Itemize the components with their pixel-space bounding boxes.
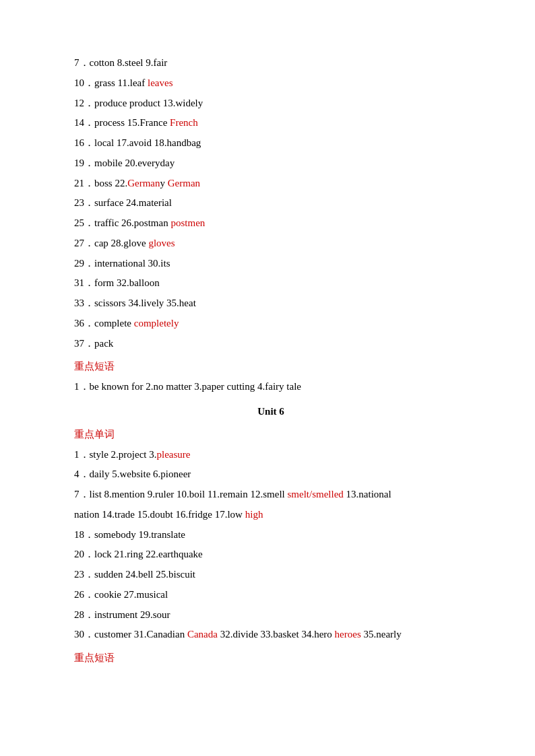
content-line: 12．produce product 13.widely xyxy=(74,94,468,113)
content-line: 23．sudden 24.bell 25.biscuit xyxy=(74,565,468,584)
content-line: 21．boss 22.Germany German xyxy=(74,174,468,193)
content-line: 20．lock 21.ring 22.earthquake xyxy=(74,545,468,564)
red-word: German xyxy=(168,178,200,188)
red-word: postmen xyxy=(170,217,205,228)
content-line: 23．surface 24.material xyxy=(74,194,468,213)
content-line: 31．form 32.balloon xyxy=(74,274,468,293)
content-line: 7．cotton 8.steel 9.fair xyxy=(74,54,468,73)
red-word: smelt/smelled xyxy=(288,489,344,500)
content-line: 33．scissors 34.lively 35.heat xyxy=(74,294,468,313)
section-header: 重点短语 xyxy=(74,357,468,376)
content-line: 37．pack xyxy=(74,335,468,353)
red-word: gloves xyxy=(148,238,175,248)
red-word: heroes xyxy=(335,629,361,640)
section-header: 重点短语 xyxy=(74,648,468,668)
content-line: 29．international 30.its xyxy=(74,254,468,273)
content-line: 28．instrument 29.sour xyxy=(74,606,468,625)
content-line: 1．style 2.project 3.pleasure xyxy=(74,446,468,465)
content-line: nation 14.trade 15.doubt 16.fridge 17.lo… xyxy=(74,506,468,524)
red-word: Canada xyxy=(187,629,218,640)
content-line: 27．cap 28.glove gloves xyxy=(74,234,468,253)
red-word: German xyxy=(127,178,160,188)
content-line: 18．somebody 19.translate xyxy=(74,526,468,545)
red-word: pleasure xyxy=(156,449,190,460)
content-line: 26．cookie 27.musical xyxy=(74,586,468,605)
content-line: 19．mobile 20.everyday xyxy=(74,154,468,173)
red-word: leaves xyxy=(148,77,172,88)
red-word: French xyxy=(170,117,198,128)
content-line: 4．daily 5.website 6.pioneer xyxy=(74,465,468,484)
main-content: 7．cotton 8.steel 9.fair10．grass 11.leaf … xyxy=(74,54,468,668)
content-line: 7．list 8.mention 9.ruler 10.boil 11.rema… xyxy=(74,485,468,504)
section-header: 重点单词 xyxy=(74,425,468,444)
content-line: 25．traffic 26.postman postmen xyxy=(74,214,468,233)
red-word: high xyxy=(245,509,263,520)
content-line: 1．be known for 2.no matter 3.paper cutti… xyxy=(74,378,468,397)
red-word: completely xyxy=(134,318,179,329)
content-line: 14．process 15.France French xyxy=(74,114,468,133)
unit-header: Unit 6 xyxy=(74,402,468,421)
content-line: 30．customer 31.Canadian Canada 32.divide… xyxy=(74,625,468,644)
content-line: 16．local 17.avoid 18.handbag xyxy=(74,134,468,153)
content-line: 10．grass 11.leaf leaves xyxy=(74,74,468,93)
content-line: 36．complete completely xyxy=(74,314,468,333)
